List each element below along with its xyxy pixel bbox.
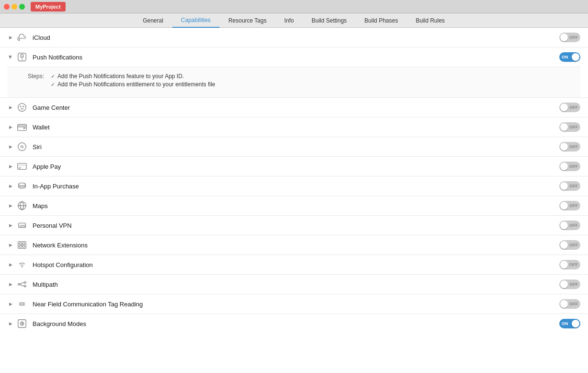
steps-list: ✓ Add the Push Notifications feature to … (51, 73, 215, 88)
svg-rect-20 (23, 243, 25, 245)
toggle-multipath[interactable]: OFF (559, 280, 580, 289)
tab-general[interactable]: General (134, 13, 172, 28)
toggle-in-app-purchase[interactable]: OFF (559, 181, 580, 191)
chevron-network-extensions[interactable]: ▶ (8, 242, 13, 248)
toggle-nfc[interactable]: OFF (559, 299, 580, 309)
cap-row-siri: ▶ Siri OFF (0, 137, 588, 157)
chevron-maps[interactable]: ▶ (8, 203, 13, 209)
push-notifications-icon (16, 51, 28, 63)
cap-row-multipath: ▶ Multipath OFF (0, 275, 588, 294)
cap-row-game-center: ▶ Game Center OFF (0, 98, 588, 117)
maps-icon (16, 200, 28, 211)
multipath-icon (16, 279, 28, 290)
svg-point-3 (20, 106, 22, 107)
cap-row-in-app-purchase: ▶ In-App Purchase OFF (0, 176, 588, 196)
icloud-icon (16, 32, 28, 43)
svg-rect-10 (18, 163, 26, 170)
cap-row-maps: ▶ Maps OFF (0, 196, 588, 216)
maximize-window-btn[interactable] (19, 4, 25, 10)
svg-point-1 (22, 58, 23, 58)
chevron-personal-vpn[interactable]: ▶ (8, 222, 13, 228)
toolbar: MyProject (0, 0, 588, 13)
cap-row-push-notifications: ▶ Push Notifications ON Steps: (0, 47, 588, 98)
toggle-game-center[interactable]: OFF (559, 103, 580, 112)
cap-row-hotspot-configuration: ▶ Hotspot Configuration OFF (0, 255, 588, 275)
apple-pay-icon (16, 161, 28, 172)
capabilities-content: ▶ iCloud OFF ▶ (0, 28, 588, 373)
svg-rect-7 (23, 128, 25, 129)
toggle-wallet[interactable]: OFF (559, 122, 580, 132)
cap-row-network-extensions: ▶ Network Extensions OFF (0, 235, 588, 255)
cap-label-background-modes: Background Modes (33, 320, 559, 327)
tab-info[interactable]: Info (276, 13, 303, 28)
svg-rect-22 (23, 245, 25, 247)
svg-rect-6 (18, 126, 26, 127)
tab-resource-tags[interactable]: Resource Tags (220, 13, 276, 28)
cap-label-multipath: Multipath (33, 281, 559, 288)
check-icon-2: ✓ (51, 82, 55, 88)
chevron-game-center[interactable]: ▶ (8, 105, 13, 110)
toggle-background-modes[interactable]: ON (559, 319, 580, 328)
chevron-wallet[interactable]: ▶ (8, 124, 13, 130)
chevron-in-app-purchase[interactable]: ▶ (8, 183, 13, 189)
svg-point-27 (21, 303, 23, 305)
svg-rect-11 (18, 164, 26, 165)
chevron-siri[interactable]: ▶ (8, 144, 13, 150)
chevron-hotspot-configuration[interactable]: ▶ (8, 262, 13, 268)
hotspot-configuration-icon (16, 259, 28, 270)
cap-label-icloud: iCloud (33, 34, 559, 41)
cap-label-apple-pay: Apple Pay (33, 163, 559, 170)
toggle-push-notifications[interactable]: ON (559, 52, 580, 62)
cap-label-maps: Maps (33, 202, 559, 210)
toggle-network-extensions[interactable]: OFF (559, 240, 580, 250)
steps-label: Steps: (28, 73, 47, 88)
svg-rect-19 (20, 243, 22, 245)
svg-text:VPN: VPN (20, 224, 26, 228)
chevron-push-notifications[interactable]: ▶ (8, 54, 13, 60)
svg-point-14 (19, 183, 26, 186)
cap-label-personal-vpn: Personal VPN (33, 222, 559, 229)
chevron-nfc[interactable]: ▶ (8, 301, 13, 307)
step-2: ✓ Add the Push Notifications entitlement… (51, 81, 215, 88)
project-name[interactable]: MyProject (31, 2, 66, 12)
cap-label-siri: Siri (33, 143, 559, 151)
in-app-purchase-icon (16, 180, 28, 192)
push-notifications-expanded: Steps: ✓ Add the Push Notifications feat… (8, 67, 580, 97)
cap-row-icloud: ▶ iCloud OFF (0, 28, 588, 47)
cap-label-wallet: Wallet (33, 124, 559, 131)
chevron-icloud[interactable]: ▶ (8, 35, 13, 40)
cap-label-in-app-purchase: In-App Purchase (33, 183, 559, 190)
svg-point-2 (18, 104, 26, 112)
cap-label-push-notifications: Push Notifications (33, 54, 559, 61)
minimize-window-btn[interactable] (11, 4, 17, 10)
chevron-apple-pay[interactable]: ▶ (8, 163, 13, 169)
cap-row-personal-vpn: ▶ VPN Personal VPN OFF (0, 216, 588, 235)
tab-capabilities[interactable]: Capabilities (172, 13, 220, 28)
svg-point-4 (23, 106, 24, 107)
background-modes-icon (16, 318, 28, 329)
step-1: ✓ Add the Push Notifications feature to … (51, 73, 215, 80)
cap-row-apple-pay: ▶ Apple Pay OFF (0, 157, 588, 176)
close-window-btn[interactable] (4, 4, 10, 10)
tab-build-settings[interactable]: Build Settings (303, 13, 356, 28)
personal-vpn-icon: VPN (16, 220, 28, 231)
svg-point-24 (18, 283, 20, 285)
step-2-text: Add the Push Notifications entitlement t… (57, 81, 215, 88)
chevron-multipath[interactable]: ▶ (8, 281, 13, 287)
cap-row-wallet: ▶ Wallet OFF (0, 117, 588, 137)
chevron-background-modes[interactable]: ▶ (8, 321, 13, 326)
nfc-icon (16, 298, 28, 310)
toggle-personal-vpn[interactable]: OFF (559, 221, 580, 230)
toggle-maps[interactable]: OFF (559, 201, 580, 210)
toggle-icloud[interactable]: OFF (559, 33, 580, 42)
toggle-apple-pay[interactable]: OFF (559, 162, 580, 171)
toggle-hotspot-configuration[interactable]: OFF (559, 260, 580, 269)
wallet-icon (16, 121, 28, 133)
tab-build-rules[interactable]: Build Rules (407, 13, 454, 28)
tab-bar: General Capabilities Resource Tags Info … (0, 13, 588, 28)
step-1-text: Add the Push Notifications feature to yo… (57, 73, 184, 80)
svg-rect-21 (20, 245, 22, 247)
tab-build-phases[interactable]: Build Phases (356, 13, 407, 28)
siri-icon (16, 141, 28, 152)
toggle-siri[interactable]: OFF (559, 142, 580, 152)
